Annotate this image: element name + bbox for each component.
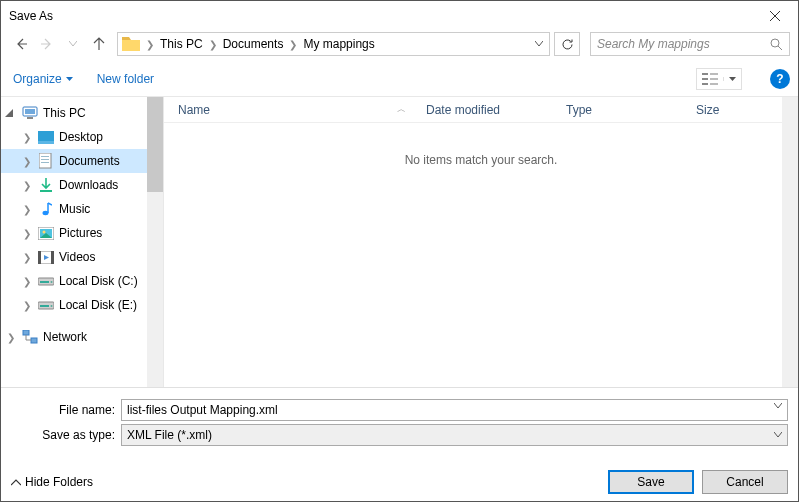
save-button[interactable]: Save [608,470,694,494]
new-folder-button[interactable]: New folder [93,72,154,86]
tree-this-pc[interactable]: This PC [1,101,163,125]
col-header-size[interactable]: Size [696,103,766,117]
svg-rect-23 [38,251,41,264]
tree-disk-c[interactable]: ❯Local Disk (C:) [1,269,163,293]
pictures-icon [38,225,54,241]
expand-icon[interactable]: ❯ [21,300,33,311]
empty-message: No items match your search. [164,153,798,167]
svg-rect-13 [39,153,51,168]
search-input[interactable] [597,37,770,51]
breadcrumb-thispc[interactable]: This PC [156,37,207,51]
filename-dropdown[interactable] [774,403,782,409]
downloads-icon [38,177,54,193]
filename-input[interactable] [121,399,788,421]
chevron-right-icon[interactable]: ❯ [144,39,156,50]
tree-videos[interactable]: ❯Videos [1,245,163,269]
savetype-combo[interactable]: XML File (*.xml) [121,424,788,446]
help-icon: ? [776,72,783,86]
col-header-type[interactable]: Type [566,103,696,117]
cancel-button[interactable]: Cancel [702,470,788,494]
svg-rect-9 [25,109,35,114]
svg-rect-24 [51,251,54,264]
documents-icon [38,153,54,169]
scrollbar-thumb[interactable] [147,97,163,192]
tree-disk-e[interactable]: ❯Local Disk (E:) [1,293,163,317]
expand-icon[interactable]: ❯ [21,252,33,263]
tree-label: Local Disk (C:) [59,274,138,288]
tree-label: Desktop [59,130,103,144]
svg-rect-11 [38,131,54,141]
tree-music[interactable]: ❯Music [1,197,163,221]
tree-desktop[interactable]: ❯Desktop [1,125,163,149]
up-button[interactable] [87,32,111,56]
list-header: Name︿ Date modified Type Size [164,97,798,123]
forward-button[interactable] [35,32,59,56]
toolbar: Organize New folder ? [1,61,798,97]
hide-folders-button[interactable]: Hide Folders [11,475,93,489]
tree-label: Music [59,202,90,216]
tree-label: Downloads [59,178,118,192]
expand-icon[interactable]: ❯ [21,132,33,143]
view-options[interactable] [696,68,742,90]
file-list: Name︿ Date modified Type Size No items m… [163,97,798,387]
svg-rect-10 [27,117,33,119]
col-header-name[interactable]: Name︿ [178,103,426,117]
svg-point-1 [771,39,779,47]
back-button[interactable] [9,32,33,56]
chevron-down-icon [69,41,77,47]
svg-rect-14 [41,156,49,157]
bottom-panel: File name: Save as type: XML File (*.xml… [1,387,798,502]
tree-label: Documents [59,154,120,168]
tree-documents[interactable]: ❯Documents [1,149,163,173]
list-scrollbar[interactable] [782,97,798,387]
tree-scrollbar[interactable] [147,97,163,387]
collapse-icon[interactable] [5,109,17,117]
col-header-date[interactable]: Date modified [426,103,566,117]
title-bar: Save As [1,1,798,31]
view-mode-icon [697,73,723,85]
caret-down-icon [729,77,736,81]
expand-icon[interactable]: ❯ [5,332,17,343]
svg-rect-15 [41,159,49,160]
window-title: Save As [9,9,752,23]
search-box[interactable] [590,32,790,56]
svg-rect-2 [702,73,708,75]
expand-icon[interactable]: ❯ [21,204,33,215]
svg-rect-17 [40,190,52,192]
nav-bar: ❯ This PC ❯ Documents ❯ My mappings [1,31,798,61]
svg-rect-4 [702,78,708,80]
caret-down-icon [66,77,73,81]
content-area: This PC ❯Desktop ❯Documents ❯Downloads ❯… [1,97,798,387]
tree-network[interactable]: ❯Network [1,325,163,349]
svg-rect-12 [38,141,54,144]
refresh-button[interactable] [554,32,580,56]
hide-folders-label: Hide Folders [25,475,93,489]
expand-icon[interactable]: ❯ [21,228,33,239]
expand-icon[interactable]: ❯ [21,156,33,167]
svg-rect-5 [710,78,718,80]
organize-label: Organize [13,72,62,86]
close-button[interactable] [752,1,798,31]
expand-icon[interactable]: ❯ [21,276,33,287]
tree-label: This PC [43,106,86,120]
svg-rect-32 [31,338,37,343]
svg-point-30 [51,305,53,307]
tree-pictures[interactable]: ❯Pictures [1,221,163,245]
breadcrumb-mymappings[interactable]: My mappings [299,37,378,51]
filename-row: File name: [11,399,788,421]
svg-rect-0 [122,40,140,51]
recent-dropdown[interactable] [61,32,85,56]
svg-point-18 [43,211,49,215]
expand-icon[interactable]: ❯ [21,180,33,191]
address-bar[interactable]: ❯ This PC ❯ Documents ❯ My mappings [117,32,550,56]
tree-downloads[interactable]: ❯Downloads [1,173,163,197]
breadcrumb-documents[interactable]: Documents [219,37,288,51]
close-icon [770,11,780,21]
chevron-right-icon[interactable]: ❯ [287,39,299,50]
svg-rect-7 [710,83,718,85]
svg-point-21 [43,230,46,233]
address-dropdown[interactable] [529,41,549,47]
chevron-right-icon[interactable]: ❯ [207,39,219,50]
help-button[interactable]: ? [770,69,790,89]
organize-menu[interactable]: Organize [9,72,73,86]
